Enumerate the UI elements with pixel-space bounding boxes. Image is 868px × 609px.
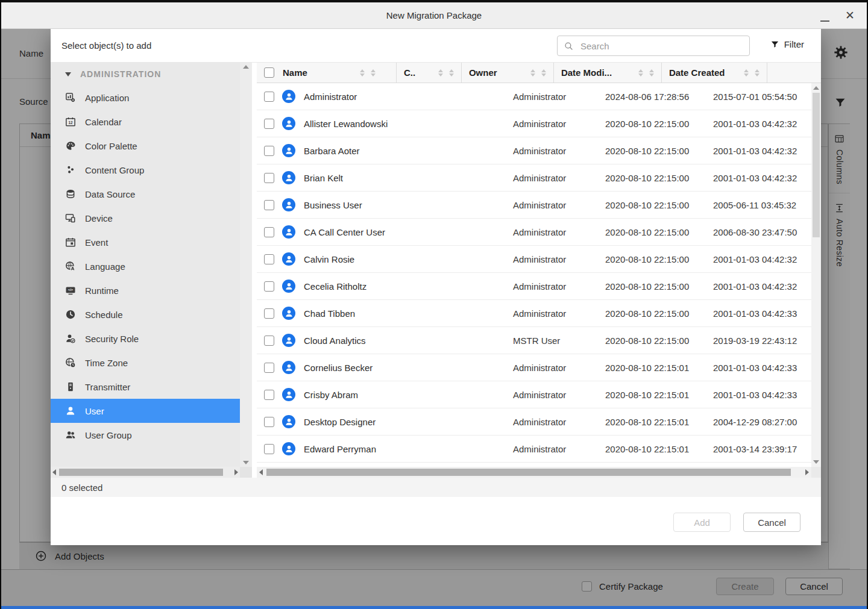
column-header-date-modi[interactable]: Date Modi... [554, 63, 662, 83]
minimize-icon[interactable] [820, 20, 829, 22]
row-checkbox[interactable] [264, 92, 274, 102]
column-header-name[interactable]: Name [257, 63, 397, 83]
dialog-title: Select object(s) to add [61, 40, 151, 51]
cell-date-modified: 2024-08-06 17:28:56 [598, 92, 706, 102]
search-input[interactable] [579, 40, 730, 52]
sidebar-section-administration[interactable]: ADMINISTRATION [51, 63, 240, 86]
close-icon[interactable]: ✕ [845, 9, 855, 22]
scroll-down-arrow-icon[interactable] [813, 460, 819, 464]
row-checkbox[interactable] [264, 444, 274, 454]
cell-owner: Administrator [506, 281, 598, 292]
row-checkbox[interactable] [264, 173, 274, 183]
sort-arrows[interactable] [738, 69, 760, 77]
table-horizontal-scrollbar[interactable] [257, 467, 811, 478]
user-avatar-icon [282, 225, 295, 239]
object-name: Crisby Abram [304, 390, 358, 400]
table-body: AdministratorAdministrator2024-08-06 17:… [257, 83, 811, 467]
row-checkbox[interactable] [264, 417, 274, 427]
table-row-allister-lewandowski[interactable]: Allister LewandowskiAdministrator2020-08… [257, 110, 811, 137]
language-icon [65, 261, 76, 272]
cell-date-modified: 2020-08-10 22:15:01 [598, 417, 706, 427]
table-row-cloud-analytics[interactable]: Cloud AnalyticsMSTR User2020-08-10 22:15… [257, 327, 811, 354]
sidebar-horizontal-scrollbar[interactable] [51, 467, 240, 478]
scroll-right-arrow-icon[interactable] [234, 469, 238, 475]
sidebar-item-security-role[interactable]: Security Role [51, 326, 240, 351]
user-avatar-icon [282, 361, 295, 374]
row-checkbox[interactable] [264, 200, 274, 210]
column-header-c[interactable]: C.. [397, 63, 462, 83]
table-row-calvin-rosie[interactable]: Calvin RosieAdministrator2020-08-10 22:1… [257, 246, 811, 273]
sidebar-item-language[interactable]: Language [51, 254, 240, 278]
sidebar-item-time-zone[interactable]: Time Zone [51, 351, 240, 375]
sidebar-item-color-palette[interactable]: Color Palette [51, 134, 240, 158]
table-row-ca-call-center-user[interactable]: CA Call Center UserAdministrator2020-08-… [257, 219, 811, 246]
scroll-up-arrow-icon[interactable] [243, 65, 249, 69]
scroll-left-arrow-icon[interactable] [52, 469, 56, 475]
row-checkbox[interactable] [264, 390, 274, 400]
cell-date-modified: 2020-08-10 22:15:01 [598, 390, 706, 400]
scrollbar-thumb[interactable] [266, 469, 791, 476]
object-name: Chad Tibben [304, 308, 355, 319]
scroll-left-arrow-icon[interactable] [259, 469, 263, 475]
security-role-icon [65, 333, 76, 344]
window-title: New Migration Package [1, 10, 867, 20]
user-icon [65, 405, 76, 416]
add-button[interactable]: Add [673, 513, 731, 532]
cell-date-modified: 2020-08-10 22:15:00 [598, 308, 706, 319]
cell-owner: Administrator [506, 417, 598, 427]
column-header-date-created[interactable]: Date Created [662, 63, 767, 83]
select-all-checkbox[interactable] [264, 67, 274, 78]
cell-date-created: 2001-01-03 04:42:33 [706, 390, 811, 400]
table-row-cecelia-ritholtz[interactable]: Cecelia RitholtzAdministrator2020-08-10 … [257, 273, 811, 300]
sidebar-item-transmitter[interactable]: Transmitter [51, 375, 240, 399]
column-header-owner[interactable]: Owner [462, 63, 554, 83]
table-row-desktop-designer[interactable]: Desktop DesignerAdministrator2020-08-10 … [257, 408, 811, 436]
row-checkbox[interactable] [264, 119, 274, 129]
table-row-brian-kelt[interactable]: Brian KeltAdministrator2020-08-10 22:15:… [257, 164, 811, 192]
table-row-business-user[interactable]: Business UserAdministrator2020-08-10 22:… [257, 192, 811, 219]
search-box[interactable] [557, 36, 750, 56]
row-checkbox[interactable] [264, 336, 274, 346]
row-checkbox[interactable] [264, 281, 274, 292]
sidebar-item-user-group[interactable]: User Group [51, 423, 240, 447]
table-row-crisby-abram[interactable]: Crisby AbramAdministrator2020-08-10 22:1… [257, 381, 811, 408]
sidebar-item-calendar[interactable]: 12Calendar [51, 110, 240, 134]
row-checkbox[interactable] [264, 363, 274, 373]
sidebar-item-application[interactable]: Application [51, 86, 240, 110]
sidebar-item-user[interactable]: User [51, 399, 240, 423]
user-avatar-icon [282, 334, 295, 347]
table-row-barbara-aoter[interactable]: Barbara AoterAdministrator2020-08-10 22:… [257, 137, 811, 164]
sidebar-item-content-group[interactable]: Content Group [51, 158, 240, 182]
sort-arrows[interactable] [524, 69, 546, 77]
filter-button[interactable]: Filter [770, 39, 804, 49]
sidebar-item-device[interactable]: Device [51, 206, 240, 230]
window-titlebar[interactable]: New Migration Package ✕ [1, 2, 867, 29]
sidebar-vertical-scrollbar[interactable] [240, 63, 252, 467]
cell-date-created: 2005-06-11 03:45:32 [706, 200, 811, 210]
scroll-up-arrow-icon[interactable] [813, 86, 819, 90]
row-checkbox[interactable] [264, 308, 274, 319]
row-checkbox[interactable] [264, 227, 274, 237]
row-checkbox[interactable] [264, 146, 274, 156]
cancel-button[interactable]: Cancel [743, 513, 800, 532]
row-checkbox[interactable] [264, 254, 274, 264]
table-row-cornelius-becker[interactable]: Cornelius BeckerAdministrator2020-08-10 … [257, 354, 811, 381]
sidebar-item-event[interactable]: Event [51, 230, 240, 254]
sidebar-item-runtime[interactable]: </>Runtime [51, 278, 240, 302]
svg-text:</>: </> [68, 288, 74, 292]
scroll-down-arrow-icon[interactable] [243, 461, 249, 464]
scrollbar-thumb[interactable] [59, 469, 223, 476]
scrollbar-thumb[interactable] [813, 93, 820, 237]
sort-arrows[interactable] [632, 69, 654, 77]
table-row-chad-tibben[interactable]: Chad TibbenAdministrator2020-08-10 22:15… [257, 300, 811, 327]
sidebar-item-data-source[interactable]: Data Source [51, 182, 240, 206]
sort-arrows[interactable] [432, 69, 454, 77]
sort-arrows[interactable] [354, 69, 376, 77]
sidebar-item-schedule[interactable]: Schedule [51, 302, 240, 326]
scroll-right-arrow-icon[interactable] [805, 469, 809, 475]
table-row-administrator[interactable]: AdministratorAdministrator2024-08-06 17:… [257, 83, 811, 110]
cell-owner: Administrator [506, 146, 598, 156]
table-vertical-scrollbar[interactable] [811, 83, 821, 467]
table-row-edward-perryman[interactable]: Edward PerrymanAdministrator2020-08-10 2… [257, 436, 811, 463]
cell-owner: Administrator [506, 254, 598, 264]
